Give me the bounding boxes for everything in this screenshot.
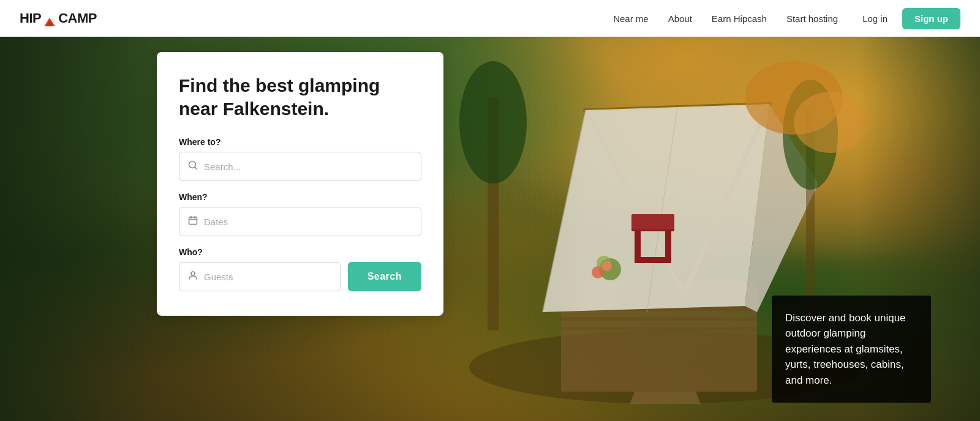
nav-links: Near me About Earn Hipcash Start hosting — [613, 13, 838, 24]
who-label: Who? — [179, 247, 421, 257]
navbar: HIP CAMP Near me About Earn Hipcash Star… — [0, 0, 980, 37]
signup-button[interactable]: Sign up — [902, 8, 960, 29]
login-button[interactable]: Log in — [862, 13, 888, 24]
tree-left-overlay — [0, 37, 153, 421]
when-input[interactable] — [204, 217, 412, 227]
nav-about[interactable]: About — [668, 13, 692, 24]
nav-near-me[interactable]: Near me — [613, 13, 649, 24]
hero-headline: Find the best glamping near Falkenstein. — [179, 74, 421, 120]
person-icon — [188, 270, 198, 283]
search-icon — [188, 160, 198, 173]
where-input[interactable] — [204, 162, 412, 172]
when-input-wrapper[interactable] — [179, 207, 421, 236]
svg-line-33 — [195, 167, 197, 170]
who-field-group: Who? Search — [179, 247, 421, 291]
who-input[interactable] — [204, 272, 331, 282]
where-label: Where to? — [179, 137, 421, 147]
who-input-wrapper[interactable] — [179, 262, 341, 291]
logo-text-camp: CAMP — [58, 10, 97, 26]
logo-tent-icon — [44, 14, 55, 23]
logo[interactable]: HIP CAMP — [20, 10, 97, 26]
svg-rect-34 — [189, 217, 197, 225]
logo-text-hip: HIP — [20, 10, 41, 26]
info-box: Discover and book unique outdoor glampin… — [772, 296, 931, 403]
search-button[interactable]: Search — [348, 262, 421, 291]
svg-point-38 — [191, 272, 195, 275]
nav-earn-hipcash[interactable]: Earn Hipcash — [712, 13, 767, 24]
where-field-group: Where to? — [179, 137, 421, 181]
nav-actions: Log in Sign up — [862, 8, 960, 29]
calendar-icon — [188, 215, 198, 228]
when-field-group: When? — [179, 192, 421, 236]
hero-section: Find the best glamping near Falkenstein.… — [0, 0, 980, 421]
nav-start-hosting[interactable]: Start hosting — [786, 13, 838, 24]
search-card: Find the best glamping near Falkenstein.… — [157, 52, 443, 316]
where-input-wrapper[interactable] — [179, 152, 421, 181]
bottom-row: Search — [179, 262, 421, 291]
info-box-text: Discover and book unique outdoor glampin… — [785, 312, 906, 386]
when-label: When? — [179, 192, 421, 202]
